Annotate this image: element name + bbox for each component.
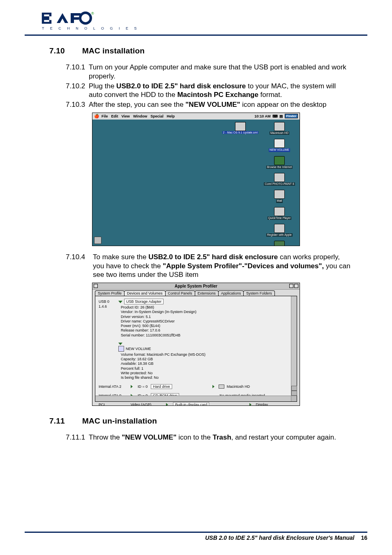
app-switch-icon: ▤: [279, 114, 283, 118]
disclosure-triangle-icon: [118, 301, 122, 303]
step-7-11-1: 7.11.1 Throw the "NEW VOLUME" icon to th…: [66, 433, 351, 442]
desktop-macintosh-hd: Macintosh HD: [270, 122, 289, 135]
sherlock-icon: [274, 241, 285, 246]
disclosure-triangle-icon: [118, 343, 122, 345]
mac-desktop-screenshot: 🍎 File Edit View Window Special Help 10:…: [92, 113, 300, 246]
menu-file: File: [101, 114, 108, 118]
horizontal-scrollbar: [95, 396, 291, 401]
file-icon: [235, 122, 246, 131]
footer-page: 16: [361, 534, 367, 541]
usb-adapter-details: Product ID: 26 ($68) Vendor: In-System D…: [121, 305, 293, 338]
desktop-browse-internet: Browse the Internet: [266, 156, 293, 169]
desktop-corel: Corel PHOTO-PAINT 8: [264, 173, 295, 186]
svg-point-0: [80, 13, 91, 23]
volume-icon: [274, 139, 285, 148]
asp-body: USB 0 1.4.6 USB Storage Adapter Product …: [95, 296, 297, 402]
zoom-box-icon: [289, 284, 293, 288]
registered-mark: ®: [91, 12, 94, 16]
footer-title: USB 2.0 to IDE 2.5" hard disk Enclosure …: [205, 534, 354, 541]
control-strip-icon: [94, 237, 101, 244]
mac-menubar: 🍎 File Edit View Window Special Help 10:…: [92, 113, 300, 120]
vertical-scrollbar: [291, 296, 297, 396]
step-7-10-1: 7.10.1 Turn on your Apple computer and m…: [66, 63, 351, 81]
logo-subtext: T E C H N O L O G I E S: [41, 25, 139, 30]
tab-system-folders: System Folders: [243, 290, 275, 296]
close-box-icon: [94, 284, 98, 288]
step-7-10-4: 7.10.4 To make sure the USB2.0 to IDE 2.…: [66, 253, 351, 279]
menubar-clock: 10:10 AM: [254, 114, 270, 118]
page-footer: USB 2.0 to IDE 2.5" hard disk Enclosure …: [25, 532, 367, 541]
tab-applications: Applications: [218, 290, 244, 296]
apple-menu-icon: 🍎: [94, 114, 99, 118]
volume-icon: [118, 346, 124, 352]
asp-ver-label: 1.4.6: [99, 304, 109, 309]
scroll-down-icon: [291, 391, 297, 396]
tab-control-panels: Control Panels: [165, 290, 195, 296]
mail-icon: [274, 190, 285, 199]
hd-icon: [219, 385, 224, 389]
header-rule: [25, 35, 367, 36]
system-profiler-screenshot: Apple System Profiler System Profile Dev…: [92, 283, 300, 406]
desktop-quicktime: QuickTime Player: [267, 207, 292, 220]
keyboard-icon: ⌨: [272, 114, 278, 118]
desktop-new-volume: NEW VOLUME: [269, 139, 290, 152]
collapse-box-icon: [294, 284, 298, 288]
scroll-up-icon: [291, 386, 297, 391]
tab-extensions: Extensions: [195, 290, 219, 296]
usb-adapter-header: USB Storage Adapter: [124, 299, 164, 304]
register-icon: [274, 224, 285, 233]
menu-edit: Edit: [111, 114, 118, 118]
desktop-register-apple: Register with Apple: [266, 224, 293, 237]
step-7-10-3: 7.10.3 After the step, you can see the "…: [66, 100, 351, 109]
desktop-sherlock: Sherlock 2: [272, 241, 287, 246]
step-7-10-2: 7.10.2 Plug the USB2.0 to IDE 2.5" hard …: [66, 82, 351, 100]
new-volume-details: Volume format: Macintosh PC Exchange (MS…: [121, 352, 293, 380]
desktop-update-file: 2 - Mac OS 9.1 Update.smi: [222, 122, 258, 134]
tab-system-profile: System Profile: [95, 290, 125, 296]
disclosure-right-icon: [166, 403, 168, 406]
header-logo: ® T E C H N O L O G I E S: [25, 12, 367, 30]
row-pci: PCI Video (AGP) Built-in display card Di…: [99, 402, 293, 406]
tab-devices-volumes: Devices and Volumes: [124, 290, 166, 296]
hd-icon: [274, 122, 285, 131]
finder-indicator: Finder: [285, 114, 298, 118]
row-internal-ata2: Internal ATA 2 ID = 0 Hard drive Macinto…: [99, 384, 293, 389]
asp-usb-label: USB 0: [99, 299, 109, 304]
resize-corner-icon: [291, 396, 297, 401]
menu-view: View: [122, 114, 130, 118]
asp-titlebar: Apple System Profiler: [92, 283, 300, 290]
disclosure-right-icon: [131, 385, 133, 388]
qt-icon: [274, 207, 285, 216]
menu-window: Window: [133, 114, 147, 118]
section-711-heading: 7.11MAC un-installation: [49, 417, 367, 426]
asp-tabs: System Profile Devices and Volumes Contr…: [92, 290, 300, 296]
new-volume-name: NEW VOLUME: [126, 347, 151, 351]
disclosure-right-icon: [249, 403, 251, 406]
app-icon: [274, 173, 285, 182]
menu-help: Help: [167, 114, 175, 118]
menu-special: Special: [150, 114, 164, 118]
desktop-mail: Mail: [274, 190, 285, 203]
globe-icon: [274, 156, 285, 165]
section-710-heading: 7.10MAC installation: [49, 46, 367, 55]
disclosure-right-icon: [212, 385, 214, 388]
